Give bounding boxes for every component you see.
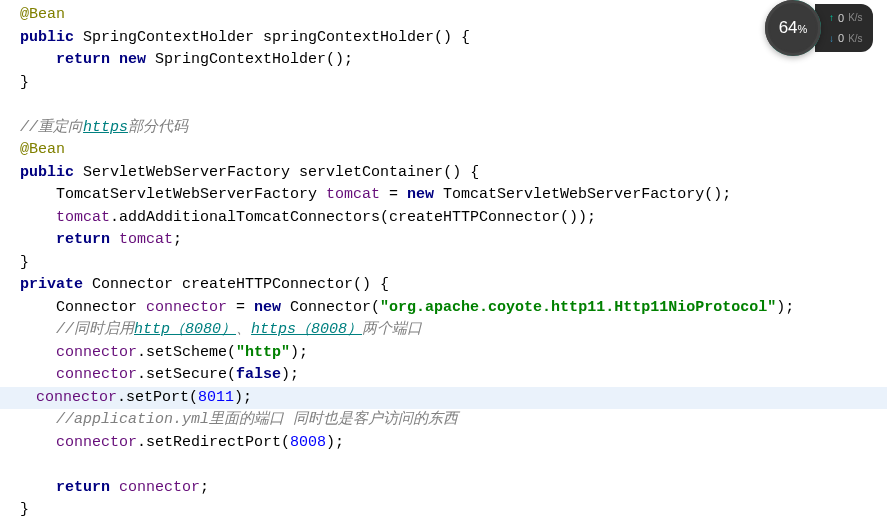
method-call: .setRedirectPort( bbox=[137, 434, 290, 451]
code-line: //同时启用http（8080）、https（8008）两个端口 bbox=[20, 319, 887, 342]
upload-stat: ↑ 0K/s bbox=[829, 10, 863, 27]
method-call: .setPort( bbox=[117, 389, 198, 406]
type: Connector( bbox=[281, 299, 380, 316]
download-unit: K/s bbox=[848, 31, 862, 46]
code-line: } bbox=[20, 72, 887, 95]
blank-line bbox=[20, 454, 887, 477]
code-line: public SpringContextHolder springContext… bbox=[20, 27, 887, 50]
network-stats: ↑ 0K/s ↓ 0K/s bbox=[815, 4, 873, 52]
keyword: new bbox=[254, 299, 281, 316]
type: TomcatServletWebServerFactory(); bbox=[434, 186, 731, 203]
code-line: @Bean bbox=[20, 4, 887, 27]
code-line: private Connector createHTTPConnector() … bbox=[20, 274, 887, 297]
code-line: Connector connector = new Connector("org… bbox=[20, 297, 887, 320]
brace: } bbox=[20, 501, 29, 518]
annotation: @Bean bbox=[20, 6, 65, 23]
percent-symbol: % bbox=[798, 23, 808, 35]
punct: ); bbox=[281, 366, 299, 383]
variable: tomcat bbox=[56, 209, 110, 226]
punct: () { bbox=[434, 29, 470, 46]
variable: connector bbox=[110, 479, 200, 496]
variable: connector bbox=[36, 389, 117, 406]
method-call: .setSecure( bbox=[137, 366, 236, 383]
code-line: } bbox=[20, 252, 887, 275]
type: SpringContextHolder bbox=[83, 29, 254, 46]
type: Connector bbox=[83, 276, 182, 293]
type: Connector bbox=[56, 299, 146, 316]
punct: ); bbox=[326, 434, 344, 451]
method-name: servletContainer bbox=[299, 164, 443, 181]
punct: ); bbox=[290, 344, 308, 361]
number: 8008 bbox=[290, 434, 326, 451]
brace: } bbox=[20, 254, 29, 271]
comment-link: https bbox=[83, 119, 128, 136]
operator: = bbox=[227, 299, 254, 316]
keyword: return bbox=[56, 479, 110, 496]
variable: connector bbox=[146, 299, 227, 316]
comment-link: http（8080） bbox=[134, 321, 236, 338]
code-line: connector.setRedirectPort(8008); bbox=[20, 432, 887, 455]
punct: ); bbox=[776, 299, 794, 316]
ring-inner: 64% bbox=[770, 5, 816, 51]
comment: 两个端口 bbox=[362, 321, 422, 338]
keyword: return bbox=[56, 51, 110, 68]
comment: 、 bbox=[236, 321, 251, 338]
keyword: private bbox=[20, 276, 83, 293]
operator: = bbox=[380, 186, 407, 203]
upload-value: 0 bbox=[838, 10, 844, 27]
variable: connector bbox=[56, 344, 137, 361]
keyword: public bbox=[20, 29, 74, 46]
annotation: @Bean bbox=[20, 141, 65, 158]
percent-number: 64 bbox=[779, 18, 798, 37]
punct: ); bbox=[234, 389, 252, 406]
percent-value: 64% bbox=[779, 15, 808, 41]
code-line: //重定向https部分代码 bbox=[20, 117, 887, 140]
punct: () { bbox=[443, 164, 479, 181]
blank-line bbox=[20, 94, 887, 117]
comment: //重定向 bbox=[20, 119, 83, 136]
code-line: tomcat.addAdditionalTomcatConnectors(cre… bbox=[20, 207, 887, 230]
string: "http" bbox=[236, 344, 290, 361]
code-line: connector.setScheme("http"); bbox=[20, 342, 887, 365]
performance-widget[interactable]: ↑ 0K/s ↓ 0K/s 64% bbox=[765, 0, 875, 56]
keyword: return bbox=[56, 231, 110, 248]
code-block: @Bean public SpringContextHolder springC… bbox=[20, 4, 887, 522]
code-line: return new SpringContextHolder(); bbox=[20, 49, 887, 72]
variable: tomcat bbox=[110, 231, 173, 248]
code-line: } bbox=[20, 499, 887, 522]
number: 8011 bbox=[198, 389, 234, 406]
method-name: createHTTPConnector bbox=[182, 276, 353, 293]
arrow-down-icon: ↓ bbox=[829, 31, 834, 46]
keyword: new bbox=[119, 51, 146, 68]
upload-unit: K/s bbox=[848, 10, 862, 25]
code-line: @Bean bbox=[20, 139, 887, 162]
method-name: springContextHolder bbox=[263, 29, 434, 46]
punct: () { bbox=[353, 276, 389, 293]
keyword: false bbox=[236, 366, 281, 383]
variable: connector bbox=[56, 434, 137, 451]
type: TomcatServletWebServerFactory bbox=[56, 186, 326, 203]
punct: ; bbox=[173, 231, 182, 248]
comment-link: https（8008） bbox=[251, 321, 362, 338]
code-line: TomcatServletWebServerFactory tomcat = n… bbox=[20, 184, 887, 207]
code-line: public ServletWebServerFactory servletCo… bbox=[20, 162, 887, 185]
type: SpringContextHolder(); bbox=[155, 51, 353, 68]
method-call: .addAdditionalTomcatConnectors(createHTT… bbox=[110, 209, 596, 226]
keyword: new bbox=[407, 186, 434, 203]
code-line: connector.setSecure(false); bbox=[20, 364, 887, 387]
type: ServletWebServerFactory bbox=[83, 164, 290, 181]
variable: connector bbox=[56, 366, 137, 383]
method-call: .setScheme( bbox=[137, 344, 236, 361]
download-value: 0 bbox=[838, 30, 844, 47]
download-stat: ↓ 0K/s bbox=[829, 30, 863, 47]
comment: //同时启用 bbox=[56, 321, 134, 338]
percent-ring[interactable]: 64% bbox=[765, 0, 821, 56]
string: "org.apache.coyote.http11.Http11NioProto… bbox=[380, 299, 776, 316]
brace: } bbox=[20, 74, 29, 91]
comment: //application.yml里面的端口 同时也是客户访问的东西 bbox=[56, 411, 458, 428]
arrow-up-icon: ↑ bbox=[829, 10, 834, 25]
code-line: return connector; bbox=[20, 477, 887, 500]
code-line: return tomcat; bbox=[20, 229, 887, 252]
code-line: //application.yml里面的端口 同时也是客户访问的东西 bbox=[20, 409, 887, 432]
highlighted-code-line: connector.setPort(8011); bbox=[0, 387, 887, 410]
